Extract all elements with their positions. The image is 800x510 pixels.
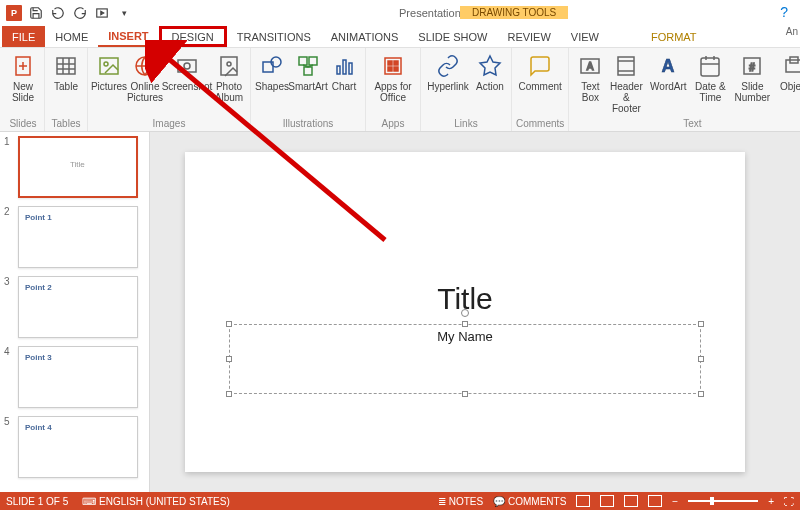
resize-handle-icon[interactable] — [698, 356, 704, 362]
group-comments-label: Comments — [516, 118, 564, 129]
svg-point-14 — [184, 63, 190, 69]
resize-handle-icon[interactable] — [226, 356, 232, 362]
group-images-label: Images — [153, 118, 186, 129]
workspace: 1 Title 2 Point 1 3 Point 2 4 Point 3 5 … — [0, 132, 800, 492]
photo-album-button[interactable]: Photo Album — [212, 50, 246, 105]
group-links-label: Links — [454, 118, 477, 129]
hyperlink-button[interactable]: Hyperlink — [425, 50, 471, 94]
redo-icon[interactable] — [72, 5, 88, 21]
slide-subtitle-text: My Name — [437, 329, 493, 344]
ribbon-tabs: FILE HOME INSERT DESIGN TRANSITIONS ANIM… — [0, 26, 800, 48]
title-bar: P ▾ Presentation1 - PowerPoint DRAWING T… — [0, 0, 800, 26]
svg-rect-35 — [618, 57, 634, 75]
smartart-button[interactable]: SmartArt — [291, 50, 325, 94]
svg-rect-29 — [394, 61, 398, 65]
slide-number-button[interactable]: #Slide Number — [729, 50, 775, 116]
group-tables: Table Tables — [45, 48, 88, 131]
shapes-button[interactable]: Shapes — [255, 50, 289, 94]
resize-handle-icon[interactable] — [226, 391, 232, 397]
zoom-in-icon[interactable]: + — [768, 496, 774, 507]
svg-point-16 — [227, 62, 231, 66]
group-slides: New Slide Slides — [2, 48, 45, 131]
resize-handle-icon[interactable] — [698, 391, 704, 397]
tab-file[interactable]: FILE — [2, 26, 45, 47]
tab-transitions[interactable]: TRANSITIONS — [227, 26, 321, 47]
comments-button[interactable]: 💬 COMMENTS — [493, 496, 566, 507]
tab-view[interactable]: VIEW — [561, 26, 609, 47]
svg-point-11 — [104, 62, 108, 66]
zoom-slider[interactable] — [688, 500, 758, 502]
status-bar: SLIDE 1 OF 5 ⌨ ENGLISH (UNITED STATES) ≣… — [0, 492, 800, 510]
group-text-label: Text — [683, 118, 701, 129]
slideshow-view-icon[interactable] — [648, 495, 662, 507]
online-pictures-button[interactable]: Online Pictures — [128, 50, 162, 105]
wordart-button[interactable]: AWordArt — [645, 50, 691, 116]
group-slides-label: Slides — [9, 118, 36, 129]
slide-thumbnail-pane[interactable]: 1 Title 2 Point 1 3 Point 2 4 Point 3 5 … — [0, 132, 150, 492]
apps-for-office-button[interactable]: Apps for Office — [370, 50, 416, 105]
thumbnail-2[interactable]: 2 Point 1 — [4, 206, 145, 268]
svg-rect-19 — [299, 57, 307, 65]
svg-rect-20 — [309, 57, 317, 65]
undo-icon[interactable] — [50, 5, 66, 21]
quick-access-toolbar: P ▾ — [0, 5, 132, 21]
save-icon[interactable] — [28, 5, 44, 21]
contextual-tab-label: DRAWING TOOLS — [460, 6, 568, 19]
resize-handle-icon[interactable] — [226, 321, 232, 327]
resize-handle-icon[interactable] — [698, 321, 704, 327]
slide[interactable]: Title My Name — [185, 152, 745, 472]
group-links: Hyperlink Action Links — [421, 48, 512, 131]
slide-counter[interactable]: SLIDE 1 OF 5 — [6, 496, 68, 507]
ribbon: New Slide Slides Table Tables Pictures O… — [0, 48, 800, 132]
group-apps-label: Apps — [382, 118, 405, 129]
tab-review[interactable]: REVIEW — [497, 26, 560, 47]
qat-dropdown-icon[interactable]: ▾ — [116, 5, 132, 21]
start-from-beginning-icon[interactable] — [94, 5, 110, 21]
text-box-button[interactable]: AText Box — [573, 50, 607, 116]
thumbnail-3[interactable]: 3 Point 2 — [4, 276, 145, 338]
reading-view-icon[interactable] — [624, 495, 638, 507]
slide-sorter-view-icon[interactable] — [600, 495, 614, 507]
chart-button[interactable]: Chart — [327, 50, 361, 94]
group-apps: Apps for Office Apps — [366, 48, 421, 131]
new-slide-button[interactable]: New Slide — [6, 50, 40, 105]
fit-to-window-icon[interactable]: ⛶ — [784, 496, 794, 507]
slide-canvas[interactable]: Title My Name — [150, 132, 800, 492]
help-icon[interactable]: ? — [780, 4, 788, 20]
table-button[interactable]: Table — [49, 50, 83, 94]
group-tables-label: Tables — [52, 118, 81, 129]
subtitle-textbox-selected[interactable]: My Name — [229, 324, 701, 394]
resize-handle-icon[interactable] — [462, 391, 468, 397]
tab-slideshow[interactable]: SLIDE SHOW — [408, 26, 497, 47]
svg-text:#: # — [750, 62, 756, 73]
thumbnail-1[interactable]: 1 Title — [4, 136, 145, 198]
thumbnail-4[interactable]: 4 Point 3 — [4, 346, 145, 408]
date-time-button[interactable]: Date & Time — [693, 50, 727, 116]
svg-rect-21 — [304, 67, 312, 75]
pictures-button[interactable]: Pictures — [92, 50, 126, 105]
tab-format[interactable]: FORMAT — [641, 26, 707, 47]
svg-rect-39 — [701, 58, 719, 76]
thumbnail-5[interactable]: 5 Point 4 — [4, 416, 145, 478]
tab-home[interactable]: HOME — [45, 26, 98, 47]
comment-button[interactable]: Comment — [517, 50, 563, 94]
svg-rect-28 — [388, 61, 392, 65]
language-indicator[interactable]: ⌨ ENGLISH (UNITED STATES) — [82, 496, 230, 507]
tab-design[interactable]: DESIGN — [159, 26, 227, 47]
action-button[interactable]: Action — [473, 50, 507, 94]
normal-view-icon[interactable] — [576, 495, 590, 507]
group-images: Pictures Online Pictures Screenshot Phot… — [88, 48, 251, 131]
svg-rect-31 — [394, 67, 398, 71]
tab-animations[interactable]: ANIMATIONS — [321, 26, 409, 47]
header-footer-button[interactable]: Header & Footer — [609, 50, 643, 116]
rotate-handle-icon[interactable] — [461, 309, 469, 317]
svg-marker-32 — [480, 56, 500, 75]
svg-text:A: A — [587, 61, 594, 72]
notes-button[interactable]: ≣ NOTES — [438, 496, 483, 507]
screenshot-button[interactable]: Screenshot — [164, 50, 210, 105]
svg-rect-24 — [337, 66, 340, 74]
zoom-out-icon[interactable]: − — [672, 496, 678, 507]
resize-handle-icon[interactable] — [462, 321, 468, 327]
tab-insert[interactable]: INSERT — [98, 26, 158, 47]
object-button[interactable]: Object — [777, 50, 800, 116]
